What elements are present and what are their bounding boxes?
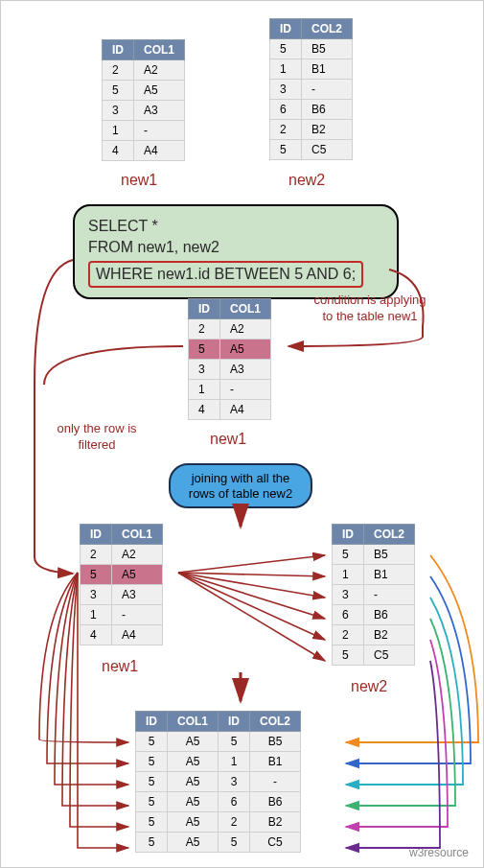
caption-lower-new1: new1 xyxy=(102,658,138,675)
caption-lower-new2: new2 xyxy=(351,678,387,695)
caption-top-new2: new2 xyxy=(288,172,325,189)
diagram-canvas: { "tables": { "top_new1": { "headers": [… xyxy=(0,0,484,868)
svg-line-2 xyxy=(178,573,325,598)
table-lower-new2: IDCOL2 5B5 1B1 3- 6B6 2B2 5C5 xyxy=(332,524,415,666)
col-header: COL1 xyxy=(220,299,271,319)
sql-query-box: SELECT * FROM new1, new2 WHERE new1.id B… xyxy=(73,204,399,299)
badge-joining: joining with all the rows of table new2 xyxy=(169,463,312,508)
caption-top-new1: new1 xyxy=(121,172,157,189)
col-header: COL2 xyxy=(250,712,301,732)
col-header: COL1 xyxy=(112,525,163,545)
col-header: COL1 xyxy=(134,40,185,60)
table-lower-new1: IDCOL1 2A2 5A5 3A3 1- 4A4 xyxy=(80,524,163,645)
col-header: COL2 xyxy=(364,525,415,545)
svg-line-3 xyxy=(178,573,325,619)
col-header: ID xyxy=(189,299,220,319)
sql-where-clause: WHERE new1.id BETWEEN 5 AND 6; xyxy=(88,261,363,288)
col-header: ID xyxy=(219,712,250,732)
svg-line-5 xyxy=(178,573,325,661)
svg-line-1 xyxy=(178,573,325,576)
note-filtered: only the row is filtered xyxy=(49,421,145,454)
footer-credit: w3resource xyxy=(409,846,469,859)
col-header: ID xyxy=(103,40,134,60)
col-header: ID xyxy=(136,712,168,732)
table-result: ID COL1 ID COL2 5A55B5 5A51B1 5A53- 5A56… xyxy=(135,711,301,853)
caption-mid-new1: new1 xyxy=(210,431,246,448)
col-header: COL1 xyxy=(168,712,219,732)
table-top-new2: IDCOL2 5B5 1B1 3- 6B6 2B2 5C5 xyxy=(269,18,353,160)
col-header: COL2 xyxy=(302,19,353,39)
col-header: ID xyxy=(81,525,112,545)
sql-line1: SELECT * xyxy=(88,216,383,237)
col-header: ID xyxy=(270,19,302,39)
svg-line-0 xyxy=(178,555,325,573)
table-top-new1: IDCOL1 2A2 5A5 3A3 1- 4A4 xyxy=(102,39,185,161)
col-header: ID xyxy=(333,525,364,545)
svg-line-4 xyxy=(178,573,325,640)
table-mid-new1: IDCOL1 2A2 5A5 3A3 1- 4A4 xyxy=(188,298,271,420)
sql-line2: FROM new1, new2 xyxy=(88,237,383,258)
note-condition: condition is applying to the table new1 xyxy=(312,293,427,325)
